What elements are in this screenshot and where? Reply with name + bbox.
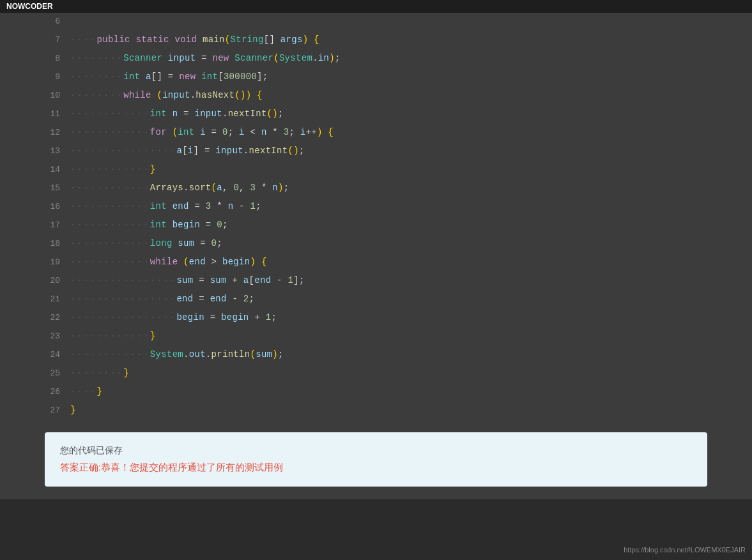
code-line-17: 17 ············int begin = 0;: [45, 216, 707, 234]
line-num-27: 27: [45, 402, 70, 420]
line-num-20: 20: [45, 272, 70, 290]
line-num-8: 8: [45, 50, 70, 68]
line-num-12: 12: [45, 124, 70, 142]
line-num-23: 23: [45, 328, 70, 345]
line-content-17: ············int begin = 0;: [70, 216, 707, 234]
line-content-26: ····}: [70, 382, 707, 400]
code-line-16: 16 ············int end = 3 * n - 1;: [45, 197, 707, 216]
line-content-22: ················begin = begin + 1;: [70, 308, 707, 326]
code-line-12: 12 ············for (int i = 0; i < n * 3…: [45, 123, 707, 142]
code-line-11: 11 ············int n = input.nextInt();: [45, 105, 707, 123]
code-line-26: 26 ····}: [45, 382, 707, 401]
line-content-21: ················end = end - 2;: [70, 290, 707, 308]
nowcoder-logo: NOWCODER: [6, 2, 53, 11]
line-content-7: ····public static void main(String[] arg…: [70, 31, 707, 49]
line-content-9: ········int a[] = new int[300000];: [70, 68, 707, 86]
line-content-23: ············}: [70, 327, 707, 345]
line-content-8: ········Scanner input = new Scanner(Syst…: [70, 49, 707, 67]
code-line-18: 18 ············long sum = 0;: [45, 234, 707, 253]
line-num-9: 9: [45, 68, 70, 86]
code-line-23: 23 ············}: [45, 327, 707, 345]
status-correct: 答案正确:恭喜！您提交的程序通过了所有的测试用例: [60, 462, 692, 474]
code-line-22: 22 ················begin = begin + 1;: [45, 308, 707, 327]
line-content-11: ············int n = input.nextInt();: [70, 105, 707, 123]
code-line-15: 15 ············Arrays.sort(a, 0, 3 * n);: [45, 179, 707, 197]
code-line-7: 7 ····public static void main(String[] a…: [45, 31, 707, 49]
code-line-21: 21 ················end = end - 2;: [45, 290, 707, 308]
line-num-11: 11: [45, 105, 70, 123]
line-content-24: ············System.out.println(sum);: [70, 345, 707, 363]
main-container: 6 7 ····public static void main(String[]…: [0, 13, 752, 499]
line-num-15: 15: [45, 179, 70, 197]
line-num-7: 7: [45, 31, 70, 49]
line-num-22: 22: [45, 309, 70, 327]
line-num-26: 26: [45, 383, 70, 401]
status-box: 您的代码已保存 答案正确:恭喜！您提交的程序通过了所有的测试用例: [45, 432, 707, 487]
line-content-14: ············}: [70, 160, 707, 178]
top-bar: NOWCODER: [0, 0, 752, 13]
code-line-20: 20 ················sum = sum + a[end - 1…: [45, 271, 707, 290]
code-line-9: 9 ········int a[] = new int[300000];: [45, 68, 707, 86]
code-line-6: 6: [45, 13, 707, 31]
line-content-12: ············for (int i = 0; i < n * 3; i…: [70, 123, 707, 141]
line-content-18: ············long sum = 0;: [70, 234, 707, 252]
code-line-25: 25 ········}: [45, 364, 707, 382]
line-content-25: ········}: [70, 364, 707, 382]
line-num-24: 24: [45, 346, 70, 364]
status-saved: 您的代码已保存: [60, 445, 692, 457]
line-num-13: 13: [45, 142, 70, 160]
line-content-13: ················a[i] = input.nextInt();: [70, 142, 707, 160]
code-line-10: 10 ········while (input.hasNext()) {: [45, 86, 707, 105]
line-content-27: }: [70, 401, 707, 419]
code-area: 6 7 ····public static void main(String[]…: [45, 13, 707, 420]
line-content-16: ············int end = 3 * n - 1;: [70, 197, 707, 215]
code-line-24: 24 ············System.out.println(sum);: [45, 345, 707, 364]
code-line-14: 14 ············}: [45, 160, 707, 179]
line-num-6: 6: [45, 13, 70, 31]
line-num-14: 14: [45, 161, 70, 179]
line-num-18: 18: [45, 235, 70, 253]
line-num-21: 21: [45, 291, 70, 308]
line-num-19: 19: [45, 254, 70, 271]
line-num-25: 25: [45, 365, 70, 382]
line-content-19: ············while (end > begin) {: [70, 253, 707, 271]
code-line-27: 27 }: [45, 401, 707, 420]
code-line-19: 19 ············while (end > begin) {: [45, 253, 707, 271]
code-line-8: 8 ········Scanner input = new Scanner(Sy…: [45, 49, 707, 68]
code-line-13: 13 ················a[i] = input.nextInt(…: [45, 142, 707, 160]
line-content-15: ············Arrays.sort(a, 0, 3 * n);: [70, 179, 707, 197]
line-content-10: ········while (input.hasNext()) {: [70, 86, 707, 104]
watermark: https://blog.csdn.net#LOWEMX0EJAIR: [624, 546, 746, 554]
line-content-20: ················sum = sum + a[end - 1];: [70, 271, 707, 289]
line-num-10: 10: [45, 87, 70, 105]
line-num-16: 16: [45, 198, 70, 216]
line-num-17: 17: [45, 216, 70, 234]
